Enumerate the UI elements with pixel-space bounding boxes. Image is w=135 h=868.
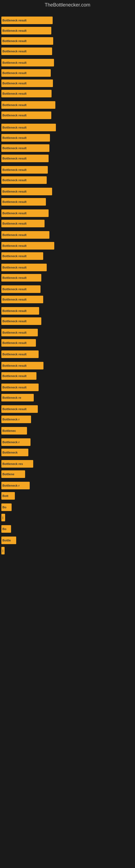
bar-item: Bottleneck res — [1, 460, 33, 468]
bar-label: Bottleneck result — [2, 157, 27, 160]
bar-item: Bottleneck result — [1, 134, 50, 142]
bar-item: Bottleneck result — [1, 329, 38, 336]
bar-item: Bo — [1, 503, 12, 511]
bar-label: Bottleneck result — [2, 276, 27, 279]
bar-label: Bottleneck result — [2, 126, 27, 129]
bar-label: Bottleneck result — [2, 50, 27, 53]
bar-item: Bottleneck result — [1, 362, 43, 369]
bar-item: Bottleneck result — [1, 144, 49, 152]
chart-area: Bottleneck resultBottleneck resultBottle… — [0, 10, 135, 865]
bar-item: Bottleneck result — [1, 48, 52, 55]
bar-item: Bottleneck re — [1, 394, 34, 401]
bar-item: Bottleneck result — [1, 220, 45, 227]
bar-item: Bottle — [1, 536, 16, 544]
bar-label: Bottleneck result — [2, 136, 27, 140]
bar-label: Bottleneck result — [2, 254, 27, 258]
bar-item: Bottleneck r — [1, 438, 31, 446]
bar-item: Bottleneck result — [1, 90, 52, 97]
bar-label: Bottleneck res — [2, 462, 23, 465]
site-title: TheBottlenecker.com — [0, 0, 135, 10]
bar-item: Bottleneck result — [1, 383, 39, 391]
bar-label: Bottleneck result — [2, 29, 27, 32]
bar-label: Bottleneck result — [2, 341, 27, 344]
bar-label: Bottleneck re — [2, 396, 21, 399]
bar-item: Bottleneck result — [1, 166, 48, 174]
bar-label: Bottleneck r — [2, 484, 20, 487]
bar-label: Bottleneck result — [2, 19, 27, 22]
bar-label: Bottleneck r — [2, 440, 20, 444]
bar-label: Bottleneck result — [2, 352, 27, 356]
bar-item: Bottleneck result — [1, 155, 49, 162]
bar-item: Bottleneck result — [1, 317, 41, 325]
bar-item: Bottleneck result — [1, 209, 49, 217]
bar-label: Bottleneck result — [2, 200, 27, 204]
bar-item: Bottleneck r — [1, 482, 30, 489]
bar-item: Bottleneck result — [1, 112, 51, 119]
bar-item: Bottleneck result — [1, 252, 43, 260]
bar-item: Bottleneck — [1, 448, 28, 456]
bar-label: Bottleneck result — [2, 386, 27, 389]
bar-item: Bottleneck result — [1, 274, 41, 282]
bar-label: Bottleneck result — [2, 212, 27, 215]
bar-item: Bottleneck result — [1, 176, 47, 184]
bar-label: Bottleneck result — [2, 364, 27, 367]
bar-label: | — [2, 516, 3, 519]
bar-label: Bottleneck result — [2, 309, 27, 312]
bar-label: Bottleneck result — [2, 287, 27, 291]
bar-label: Bottleneck result — [2, 82, 27, 85]
bar-label: Bottleneck result — [2, 298, 27, 301]
bar-item: Bottleneck result — [1, 372, 37, 380]
bar-label: Bottlenec — [2, 429, 16, 432]
bar-item: Bottleneck result — [1, 188, 52, 195]
bar-item: Bottleneck result — [1, 231, 49, 239]
bar-item: Bo — [1, 525, 11, 533]
bar-item: Bottleneck result — [1, 307, 39, 315]
bar-item: Bottleneck result — [1, 339, 36, 347]
bar-item: Bottleneck result — [1, 101, 55, 109]
bar-label: Bottleneck result — [2, 179, 27, 182]
bar-item: Bottleneck result — [1, 124, 56, 131]
bar-label: Bottleneck result — [2, 61, 27, 64]
bar-label: Bottleneck result — [2, 331, 27, 334]
bar-label: Bottle — [2, 539, 11, 542]
bar-label: Bott — [2, 494, 8, 497]
bar-item: Bottleneck result — [1, 69, 51, 77]
bar-label: Bottleneck result — [2, 190, 27, 193]
bar-item: Bottleneck r — [1, 415, 31, 423]
bar-item: Bottleneck result — [1, 405, 38, 413]
bar-item: Bottleneck result — [1, 17, 53, 24]
bar-item: Bottleneck result — [1, 198, 46, 206]
bar-item: Bott — [1, 492, 15, 500]
bar-label: | — [2, 549, 3, 552]
bar-label: Bottleneck result — [2, 374, 27, 378]
bar-label: Bottleneck result — [2, 147, 27, 150]
bar-label: Bo — [2, 506, 6, 509]
bar-label: Bottleneck result — [2, 103, 27, 106]
bar-label: Bottleneck result — [2, 92, 27, 95]
bar-item: Bottleneck result — [1, 350, 39, 358]
bar-item: Bottlenec — [1, 427, 27, 435]
bar-item: Bottleneck result — [1, 59, 54, 66]
bar-item: Bottlene — [1, 470, 25, 478]
bar-label: Bottleneck result — [2, 233, 27, 237]
bar-item: | — [1, 547, 5, 554]
bar-item: Bottleneck result — [1, 296, 43, 303]
bar-item: Bottleneck result — [1, 285, 41, 293]
bar-label: Bottlene — [2, 472, 14, 476]
bar-label: Bottleneck result — [2, 168, 27, 172]
bar-label: Bottleneck result — [2, 71, 27, 74]
bar-item: Bottleneck result — [1, 37, 53, 45]
bar-label: Bottleneck result — [2, 244, 27, 247]
bar-label: Bottleneck result — [2, 222, 27, 225]
bar-item: | — [1, 514, 5, 521]
bar-label: Bottleneck r — [2, 418, 20, 421]
bar-label: Bottleneck result — [2, 407, 27, 411]
bar-label: Bottleneck result — [2, 319, 27, 323]
bar-item: Bottleneck result — [1, 27, 51, 34]
bar-label: Bottleneck result — [2, 39, 27, 42]
bar-item: Bottleneck result — [1, 242, 54, 250]
bar-item: Bottleneck result — [1, 264, 47, 271]
bar-label: Bottleneck — [2, 451, 17, 454]
bar-label: Bo — [2, 527, 6, 531]
bar-label: Bottleneck result — [2, 266, 27, 269]
